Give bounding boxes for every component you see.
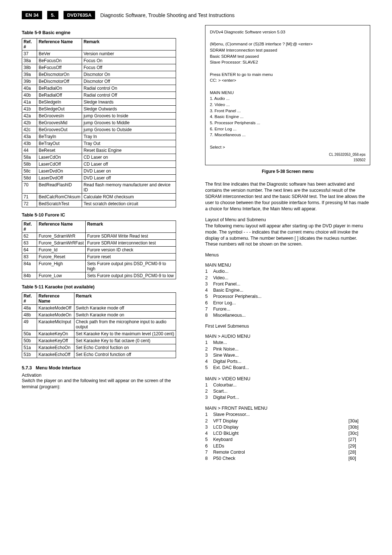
- table-cell: 58b: [22, 161, 37, 168]
- table-cell: Radial control On: [82, 85, 176, 92]
- table-cell: 38a: [22, 57, 37, 64]
- table-cell: Set Echo Control function off: [74, 351, 176, 358]
- menu-item-number: 7: [205, 306, 213, 312]
- table-cell: 48a: [22, 305, 37, 312]
- menu-item: 3Sine Wave...: [205, 352, 370, 358]
- table-cell: Sets Furore output pins DSD_PCM0-9 to lo…: [85, 272, 176, 279]
- table-cell: CD Laser off: [82, 161, 176, 168]
- table-cell: BeVer: [37, 50, 82, 57]
- menu-item-ref: [30a]: [348, 418, 370, 424]
- table-cell: Furore_SdramWrRFast: [37, 240, 85, 247]
- paragraph-1: The first line indicates that the Diagno…: [205, 181, 370, 212]
- menu-item-number: 3: [205, 394, 213, 401]
- menu-item: 7Furore...: [205, 306, 370, 312]
- menu-item-label: Audio...: [213, 268, 370, 275]
- table-cell: KaraokeMicInput: [37, 319, 74, 331]
- table-cell: Reset Basic Engine: [82, 147, 176, 154]
- table-cell: Discmotor Off: [82, 78, 176, 85]
- table-cell: DVD Laser on: [82, 168, 176, 175]
- table-row: 48bKaraokeModeOnSwitch Karaoke mode on: [22, 312, 176, 319]
- video-menu-title: MAIN > VIDEO MENU: [205, 376, 370, 381]
- menu-item-number: 3: [205, 352, 213, 358]
- menu-item-label: Video...: [213, 275, 370, 281]
- screen-line: MAIN MENU: [210, 90, 366, 96]
- table-cell: 38b: [22, 64, 37, 71]
- table-cell: KaraokeEchoOff: [37, 351, 74, 358]
- table-row: 49KaraokeMicInputCheck path from the mic…: [22, 319, 176, 331]
- table-cell: Sledge Inwards: [82, 99, 176, 106]
- menu-item-number: 2: [205, 275, 213, 281]
- table-row: 58aLaserCdOnCD Laser on: [22, 154, 176, 161]
- front-panel-menu-title: MAIN > FRONT PANEL MENU: [205, 406, 370, 411]
- table-5-11-title: Table 5-11 Karaoke (not available): [22, 284, 176, 289]
- menu-item-number: 5: [205, 365, 213, 371]
- menu-item-number: 4: [205, 358, 213, 365]
- menu-item: 4Digital Ports...: [205, 358, 370, 365]
- table-cell: 48b: [22, 312, 37, 319]
- table-cell: 41b: [22, 106, 37, 113]
- table-cell: Furore SDRAM interconnection test: [85, 240, 176, 247]
- table-row: 58bLaserCdOffCD Laser off: [22, 161, 176, 168]
- table-row: 37BeVerVersion number: [22, 50, 176, 57]
- menu-item-label: Ext. DAC Board...: [213, 365, 370, 371]
- table-cell: LaserDvdOn: [37, 168, 82, 175]
- table-cell: Furore_SdramWrR: [37, 233, 85, 240]
- table-cell: Version number: [82, 50, 176, 57]
- menu-item-ref: [60]: [348, 455, 370, 462]
- table-cell: Furore version ID check: [85, 247, 176, 254]
- table-cell: Switch Karaoke mode on: [74, 312, 176, 319]
- table-cell: Sets Furore output pins DSD_PCM0-9 to hi…: [85, 260, 176, 272]
- table-row: 43bBeTrayOutTray Out: [22, 140, 176, 147]
- table-cell: 84a: [22, 260, 37, 272]
- menu-item-label: Front Panel...: [213, 281, 370, 287]
- table-cell: 42b: [22, 119, 37, 126]
- menu-item-label: Digital Ports...: [213, 358, 370, 365]
- table-row: 43aBeTrayInTray In: [22, 133, 176, 140]
- menu-item-label: Colourbar...: [213, 382, 370, 388]
- table-row: 40aBeRadialOnRadial control On: [22, 85, 176, 92]
- table-cell: DVD Laser off: [82, 175, 176, 182]
- table-row: 71BedCalcRomChksumCalculate ROM checksum: [22, 194, 176, 200]
- table-cell: Test scratch detection circuit: [82, 200, 176, 207]
- table-cell: 40a: [22, 85, 37, 92]
- table-cell: Check path from the microphone input to …: [74, 319, 176, 331]
- table-cell: 62: [22, 233, 37, 240]
- screen-menu-item: 1. Audio ...: [210, 96, 366, 102]
- table-row: 58dLaserDvdOffDVD Laser off: [22, 175, 176, 182]
- screen-line: (M)enu, (C)ommand or (S)2B interface ? […: [210, 41, 366, 47]
- menu-item: 1Slave Processor...: [205, 412, 370, 418]
- menu-item: 1Audio...: [205, 268, 370, 275]
- table-5-11: Ref. # Reference Name Remark 48aKaraokeM…: [22, 292, 176, 358]
- menu-item: 1Colourbar...: [205, 382, 370, 388]
- col-name: Reference Name: [37, 39, 82, 50]
- screen-menu-item: 5. Processor Peripherals ...: [210, 120, 366, 126]
- table-cell: Furore_High: [37, 260, 85, 272]
- table-row: 83Furore_ResetFurore reset: [22, 254, 176, 260]
- table-cell: 40b: [22, 92, 37, 99]
- table-cell: BeRadialOn: [37, 85, 82, 92]
- section-number-box: 5.: [47, 11, 58, 19]
- table-cell: KaraokeModeOn: [37, 312, 74, 319]
- screen-select: Select >: [210, 144, 366, 150]
- table-cell: BeGroovesOut: [37, 126, 82, 133]
- menu-item: 8Miscellaneous...: [205, 312, 370, 319]
- col-ref: Ref. #: [22, 221, 37, 233]
- menu-item-number: 4: [205, 287, 213, 293]
- table-cell: BeDiscmotorOn: [37, 71, 82, 78]
- table-row: 40bBeRadialOffRadial control Off: [22, 92, 176, 99]
- menu-item-number: 8: [205, 455, 213, 462]
- table-row: 39aBeDiscmotorOnDiscmotor On: [22, 71, 176, 78]
- table-cell: Furore_Id: [37, 247, 85, 254]
- menu-item-label: Sine Wave...: [213, 352, 370, 358]
- table-row: 51bKaraokeEchoOffSet Echo Control functi…: [22, 351, 176, 358]
- table-5-10: Ref. # Reference Name Remark 62Furore_Sd…: [22, 220, 176, 279]
- table-cell: BeGroovesIn: [37, 113, 82, 119]
- table-cell: BedScratchTest: [37, 200, 82, 207]
- table-cell: 49: [22, 319, 37, 331]
- table-cell: 64: [22, 247, 37, 254]
- screen-menu-box: DVDv4 Diagnostic Software version 5.03 (…: [205, 25, 370, 165]
- table-cell: KaraokeKeyOff: [37, 337, 74, 344]
- table-cell: jump Grooves to Middle: [82, 119, 176, 126]
- screen-line: CC: > <enter>: [210, 77, 366, 84]
- menu-item-label: Keyboard: [213, 437, 348, 443]
